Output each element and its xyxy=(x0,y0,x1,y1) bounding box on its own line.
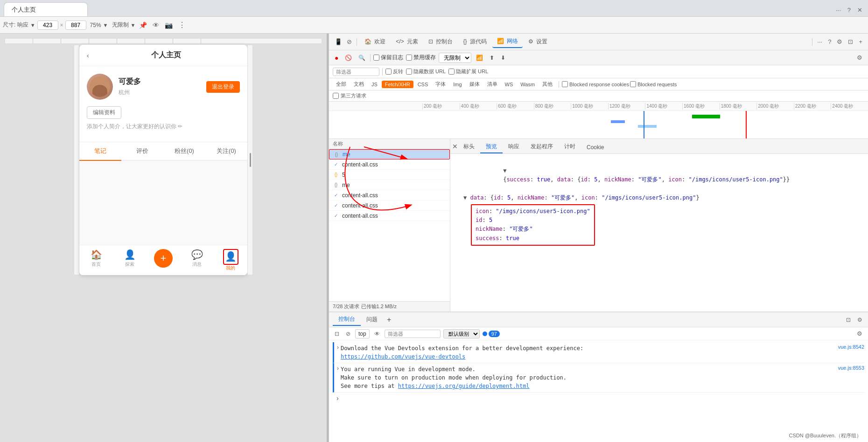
wifi-icon-btn[interactable]: 📶 xyxy=(474,54,485,62)
chip-css[interactable]: CSS xyxy=(414,81,432,88)
console-context-selector[interactable]: top xyxy=(355,329,370,338)
chip-manifest[interactable]: 清单 xyxy=(484,80,501,89)
pin-icon[interactable]: 📌 xyxy=(137,21,149,30)
nav-explore[interactable]: 👤 探索 xyxy=(113,245,147,275)
request-item-css-2[interactable]: ✓ content-all.css xyxy=(329,190,450,200)
back-button[interactable]: ‹ xyxy=(87,52,89,59)
third-party-checkbox[interactable] xyxy=(333,93,339,99)
height-input[interactable] xyxy=(65,21,86,30)
console-level-select[interactable]: 默认级别 xyxy=(443,329,480,338)
close-dt-btn[interactable]: + xyxy=(857,37,864,46)
tab-follow[interactable]: 关注(0) xyxy=(205,142,247,160)
preview-tab-response[interactable]: 响应 xyxy=(503,141,525,153)
chip-wasm[interactable]: Wasm xyxy=(517,81,538,88)
undock-btn[interactable]: ⊡ xyxy=(846,37,855,46)
edit-profile-button[interactable]: 编辑资料 xyxy=(87,106,121,119)
tab-network[interactable]: 📶 网络 xyxy=(492,35,523,48)
more-tools-btn[interactable]: ··· xyxy=(815,37,824,46)
device-toggle-icon[interactable]: 📱 xyxy=(333,37,344,46)
chip-fetch-xhr[interactable]: Fetch/XHR xyxy=(382,81,413,88)
upload-btn[interactable]: ⬆ xyxy=(488,54,496,62)
nav-add[interactable]: + xyxy=(147,245,180,275)
request-item-css-3[interactable]: ✓ content-all.css xyxy=(329,200,450,211)
request-item-me-2[interactable]: {} me xyxy=(329,180,450,190)
blocked-requests-checkbox[interactable] xyxy=(630,81,636,87)
browser-tab-page[interactable]: 个人主页 xyxy=(4,2,88,16)
chip-ws[interactable]: WS xyxy=(502,81,517,88)
preview-tab-headers[interactable]: 标头 xyxy=(458,141,480,153)
hide-data-url-check[interactable]: 隐藏数据 URL xyxy=(406,68,446,75)
record-btn[interactable]: ● xyxy=(333,53,340,62)
tab-fans[interactable]: 粉丝(0) xyxy=(163,142,205,160)
tab-elements[interactable]: </> 元素 xyxy=(391,36,423,48)
console-tab-issues[interactable]: 问题 xyxy=(361,314,383,325)
settings-gear-btn[interactable]: ⚙ xyxy=(855,53,864,62)
msg-source-2[interactable]: vue.js:8553 xyxy=(838,365,864,371)
pause-icon[interactable]: ⊘ xyxy=(345,37,354,46)
msg-expand-2[interactable]: › xyxy=(337,365,339,372)
throttle-select[interactable]: 无限制 xyxy=(439,53,471,63)
request-item-5[interactable]: {} 5 xyxy=(329,170,450,180)
blocked-requests-check[interactable]: Blocked requests xyxy=(630,81,677,87)
console-filter-input[interactable] xyxy=(385,330,441,338)
console-add-tab-btn[interactable]: + xyxy=(385,316,393,324)
tab-console[interactable]: ⊡ 控制台 xyxy=(424,36,457,48)
request-items[interactable]: {} me ✓ content-all.css {} 5 xyxy=(329,149,450,301)
close-preview-btn[interactable]: ✕ xyxy=(452,143,458,150)
resize-handle-right[interactable] xyxy=(247,45,253,275)
console-tab-console[interactable]: 控制台 xyxy=(333,313,361,326)
console-context-btn[interactable]: ⊡ xyxy=(333,330,341,338)
nav-message[interactable]: 💬 消息 xyxy=(180,245,214,275)
help-btn[interactable]: ? xyxy=(826,37,833,46)
console-expand-btn[interactable]: › xyxy=(333,393,864,404)
hide-ext-url-checkbox[interactable] xyxy=(448,69,455,75)
hide-ext-url-check[interactable]: 隐藏扩展 URL xyxy=(448,68,488,75)
chip-font[interactable]: 字体 xyxy=(432,80,449,89)
request-item-css-1[interactable]: ✓ content-all.css xyxy=(329,159,450,170)
more-icon[interactable]: ⋮ xyxy=(176,20,188,30)
console-undock-btn[interactable]: ⊡ xyxy=(844,316,853,324)
filter-btn[interactable]: 🔍 xyxy=(357,54,367,62)
nav-home[interactable]: 🏠 首页 xyxy=(79,245,113,275)
clear-btn[interactable]: 🚫 xyxy=(343,54,354,62)
request-item-me-1[interactable]: {} me xyxy=(329,149,450,159)
chip-doc[interactable]: 文档 xyxy=(350,80,367,89)
disable-cache-check[interactable]: 禁用缓存 xyxy=(406,54,436,62)
chip-js[interactable]: JS xyxy=(368,81,381,88)
console-block-btn[interactable]: ⊘ xyxy=(344,330,352,338)
chip-all[interactable]: 全部 xyxy=(333,80,350,89)
invert-checkbox[interactable] xyxy=(385,69,392,75)
console-eye-btn[interactable]: 👁 xyxy=(372,330,382,338)
preview-tab-initiator[interactable]: 发起程序 xyxy=(525,141,559,153)
chip-media[interactable]: 媒体 xyxy=(466,80,483,89)
console-gear-btn[interactable]: ⚙ xyxy=(855,329,864,338)
tab-review[interactable]: 评价 xyxy=(121,142,163,160)
chip-img[interactable]: Img xyxy=(450,81,465,88)
third-party-check[interactable]: 第三方请求 xyxy=(333,92,366,99)
msg-link-1[interactable]: https://github.com/vuejs/vue-devtools xyxy=(341,353,465,360)
preview-tab-preview[interactable]: 预览 xyxy=(480,141,503,153)
preview-tab-timing[interactable]: 计时 xyxy=(559,141,581,153)
tab-notes[interactable]: 笔记 xyxy=(79,142,121,161)
camera-icon[interactable]: 📷 xyxy=(163,21,175,30)
preserve-log-check[interactable]: 保留日志 xyxy=(373,54,403,62)
eye-icon[interactable]: 👁 xyxy=(151,21,161,30)
invert-check[interactable]: 反转 xyxy=(385,68,403,75)
chip-other[interactable]: 其他 xyxy=(539,80,556,89)
hide-data-url-checkbox[interactable] xyxy=(406,69,412,75)
blocked-response-cookies-checkbox[interactable] xyxy=(562,81,568,87)
logout-button[interactable]: 退出登录 xyxy=(206,81,240,93)
msg-expand-1[interactable]: › xyxy=(337,344,339,351)
tab-settings-dt[interactable]: ⚙ 设置 xyxy=(524,36,552,48)
nav-profile[interactable]: 👤 我的 xyxy=(214,245,247,275)
preserve-log-checkbox[interactable] xyxy=(373,55,379,61)
tab-welcome[interactable]: 🏠 欢迎 xyxy=(360,36,390,48)
blocked-response-cookies-check[interactable]: Blocked response cookies xyxy=(562,81,629,87)
preview-tab-cookie[interactable]: Cookie xyxy=(581,142,609,153)
console-settings-btn[interactable]: ⚙ xyxy=(855,316,864,324)
devtools-close-icon[interactable]: ✕ xyxy=(855,6,864,14)
tab-sources[interactable]: {} 源代码 xyxy=(458,36,491,48)
request-item-css-4[interactable]: ✓ content-all.css xyxy=(329,211,450,221)
devtools-dots-icon[interactable]: ··· xyxy=(834,6,843,14)
throttle-dropdown-icon[interactable]: ▼ xyxy=(131,22,136,28)
